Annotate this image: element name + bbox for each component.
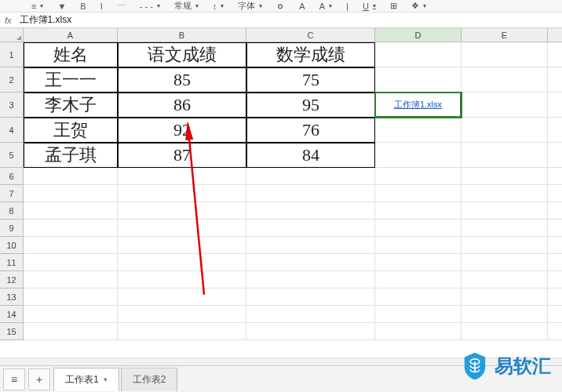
row-header-10[interactable]: 10	[0, 237, 24, 254]
toolbar-item-4[interactable]: ⋯	[117, 1, 126, 11]
row-header-14[interactable]: 14	[0, 306, 24, 323]
cell-C15[interactable]	[246, 323, 375, 340]
row-header-8[interactable]: 8	[0, 202, 24, 220]
cell-A7[interactable]	[24, 185, 118, 202]
cell-D3[interactable]: 工作簿1.xlsx	[375, 93, 462, 118]
cell-E7[interactable]	[462, 185, 548, 202]
row-header-1[interactable]: 1	[0, 42, 24, 67]
row-header-6[interactable]: 6	[0, 168, 24, 185]
cell-B6[interactable]	[118, 168, 246, 185]
cell-E3[interactable]	[462, 93, 548, 118]
row-header-12[interactable]: 12	[0, 271, 24, 289]
cell-C11[interactable]	[246, 254, 375, 271]
cell-A8[interactable]	[24, 202, 118, 220]
cell-A12[interactable]	[24, 271, 118, 289]
cell-A2[interactable]: 王一一	[24, 67, 118, 93]
cell-F7[interactable]	[548, 185, 562, 202]
cell-D11[interactable]	[375, 254, 462, 271]
cell-F11[interactable]	[548, 254, 562, 271]
cell-F3[interactable]	[548, 93, 562, 118]
cell-F1[interactable]	[548, 42, 562, 67]
cell-E4[interactable]	[462, 118, 548, 143]
cell-F12[interactable]	[548, 271, 562, 289]
cell-C13[interactable]	[246, 289, 375, 306]
cell-C5[interactable]: 84	[246, 143, 375, 168]
cell-E14[interactable]	[462, 306, 548, 323]
cell-B3[interactable]: 86	[118, 93, 246, 118]
cell-D15[interactable]	[375, 323, 462, 340]
cell-C1[interactable]: 数学成绩	[246, 42, 375, 67]
toolbar-item-13[interactable]: U▾	[363, 2, 376, 11]
column-header-A[interactable]: A	[24, 28, 118, 42]
cell-B1[interactable]: 语文成绩	[118, 42, 246, 67]
cell-E2[interactable]	[462, 67, 548, 93]
cell-E11[interactable]	[462, 254, 548, 271]
cell-F13[interactable]	[548, 289, 562, 306]
column-header-D[interactable]: D	[375, 28, 462, 42]
select-all-corner[interactable]	[0, 28, 24, 42]
cell-C12[interactable]	[246, 271, 375, 289]
cell-B2[interactable]: 85	[118, 67, 246, 93]
cell-B7[interactable]	[118, 185, 246, 202]
add-sheet-button[interactable]: +	[28, 368, 50, 390]
cell-A10[interactable]	[24, 237, 118, 254]
cell-F14[interactable]	[548, 306, 562, 323]
toolbar-item-12[interactable]: |	[346, 2, 349, 11]
toolbar-item-5[interactable]: - - -▾	[140, 2, 160, 11]
cell-C6[interactable]	[246, 168, 375, 185]
cell-A15[interactable]	[24, 323, 118, 340]
cell-C8[interactable]	[246, 202, 375, 220]
cell-D7[interactable]	[375, 185, 462, 202]
cell-F10[interactable]	[548, 237, 562, 254]
toolbar-item-1[interactable]: ▼	[57, 2, 66, 11]
cell-F8[interactable]	[548, 202, 562, 220]
cell-D14[interactable]	[375, 306, 462, 323]
cell-D6[interactable]	[375, 168, 462, 185]
toolbar-item-14[interactable]: ⊞	[390, 1, 397, 11]
toolbar-item-11[interactable]: A▾	[319, 2, 332, 11]
cell-F5[interactable]	[548, 143, 562, 168]
cell-C14[interactable]	[246, 306, 375, 323]
cell-E5[interactable]	[462, 143, 548, 168]
row-header-13[interactable]: 13	[0, 289, 24, 306]
cell-B14[interactable]	[118, 306, 246, 323]
sheet-list-button[interactable]: ≡	[3, 368, 25, 390]
cell-A14[interactable]	[24, 306, 118, 323]
cell-F9[interactable]	[548, 220, 562, 237]
row-header-4[interactable]: 4	[0, 118, 24, 143]
cells-area[interactable]: 姓名语文成绩数学成绩王一一8575李木子8695工作簿1.xlsx王贺9276孟…	[24, 42, 562, 340]
cell-A1[interactable]: 姓名	[24, 42, 118, 67]
cell-B5[interactable]: 87	[118, 143, 246, 168]
cell-A3[interactable]: 李木子	[24, 93, 118, 118]
cell-D5[interactable]	[375, 143, 462, 168]
cell-A13[interactable]	[24, 289, 118, 306]
toolbar-item-3[interactable]: I	[100, 2, 103, 11]
column-header-F[interactable]: F	[548, 28, 562, 42]
cell-D10[interactable]	[375, 237, 462, 254]
toolbar-item-15[interactable]: ❖▾	[411, 1, 426, 11]
cell-D8[interactable]	[375, 202, 462, 220]
cell-A5[interactable]: 孟子琪	[24, 143, 118, 168]
row-header-5[interactable]: 5	[0, 143, 24, 168]
cell-F15[interactable]	[548, 323, 562, 340]
cell-D9[interactable]	[375, 220, 462, 237]
cell-E12[interactable]	[462, 271, 548, 289]
cell-E10[interactable]	[462, 237, 548, 254]
cell-E13[interactable]	[462, 289, 548, 306]
cell-D2[interactable]	[375, 67, 462, 93]
sheet-tab-1[interactable]: 工作表1▾	[53, 368, 119, 391]
cell-C10[interactable]	[246, 237, 375, 254]
cell-C2[interactable]: 75	[246, 67, 375, 93]
spreadsheet-grid[interactable]: ABCDEF 123456789101112131415 姓名语文成绩数学成绩王…	[0, 28, 562, 365]
cell-A11[interactable]	[24, 254, 118, 271]
cell-F4[interactable]	[548, 118, 562, 143]
cell-F6[interactable]	[548, 168, 562, 185]
sheet-tab-2[interactable]: 工作表2	[121, 368, 178, 391]
row-header-11[interactable]: 11	[0, 254, 24, 271]
row-header-9[interactable]: 9	[0, 220, 24, 237]
toolbar-item-6[interactable]: 常规▾	[174, 0, 199, 12]
toolbar-item-9[interactable]: ⭘	[276, 2, 285, 11]
row-header-3[interactable]: 3	[0, 93, 24, 118]
cell-E15[interactable]	[462, 323, 548, 340]
cell-E8[interactable]	[462, 202, 548, 220]
